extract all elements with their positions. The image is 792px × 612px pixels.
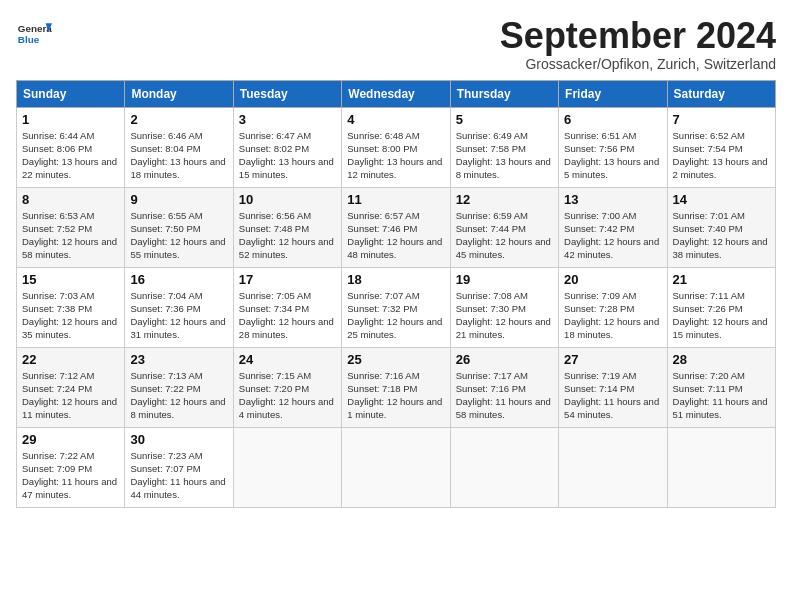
sunset-text: Sunset: 7:54 PM	[673, 142, 770, 155]
sunrise-text: Sunrise: 6:52 AM	[673, 129, 770, 142]
sunset-text: Sunset: 7:20 PM	[239, 382, 336, 395]
day-cell-15: 15 Sunrise: 7:03 AM Sunset: 7:38 PM Dayl…	[17, 267, 125, 347]
day-number: 6	[564, 112, 661, 127]
daylight-text: Daylight: 12 hours and 48 minutes.	[347, 235, 444, 262]
day-cell-27: 27 Sunrise: 7:19 AM Sunset: 7:14 PM Dayl…	[559, 347, 667, 427]
day-number: 1	[22, 112, 119, 127]
header-row: SundayMondayTuesdayWednesdayThursdayFrid…	[17, 80, 776, 107]
daylight-text: Daylight: 12 hours and 18 minutes.	[564, 315, 661, 342]
sunset-text: Sunset: 7:48 PM	[239, 222, 336, 235]
daylight-text: Daylight: 11 hours and 44 minutes.	[130, 475, 227, 502]
sunrise-text: Sunrise: 6:49 AM	[456, 129, 553, 142]
sunrise-text: Sunrise: 7:20 AM	[673, 369, 770, 382]
sunrise-text: Sunrise: 6:56 AM	[239, 209, 336, 222]
sunrise-text: Sunrise: 6:59 AM	[456, 209, 553, 222]
week-row-1: 1 Sunrise: 6:44 AM Sunset: 8:06 PM Dayli…	[17, 107, 776, 187]
sunset-text: Sunset: 8:06 PM	[22, 142, 119, 155]
sunset-text: Sunset: 7:28 PM	[564, 302, 661, 315]
sunrise-text: Sunrise: 7:19 AM	[564, 369, 661, 382]
day-info: Sunrise: 7:23 AM Sunset: 7:07 PM Dayligh…	[130, 449, 227, 502]
day-number: 3	[239, 112, 336, 127]
svg-text:Blue: Blue	[18, 34, 40, 45]
day-cell-21: 21 Sunrise: 7:11 AM Sunset: 7:26 PM Dayl…	[667, 267, 775, 347]
sunrise-text: Sunrise: 7:11 AM	[673, 289, 770, 302]
sunset-text: Sunset: 7:36 PM	[130, 302, 227, 315]
day-number: 14	[673, 192, 770, 207]
day-number: 10	[239, 192, 336, 207]
title-block: September 2024 Grossacker/Opfikon, Zuric…	[500, 16, 776, 72]
day-info: Sunrise: 6:46 AM Sunset: 8:04 PM Dayligh…	[130, 129, 227, 182]
sunset-text: Sunset: 7:56 PM	[564, 142, 661, 155]
day-cell-6: 6 Sunrise: 6:51 AM Sunset: 7:56 PM Dayli…	[559, 107, 667, 187]
daylight-text: Daylight: 12 hours and 31 minutes.	[130, 315, 227, 342]
sunrise-text: Sunrise: 6:51 AM	[564, 129, 661, 142]
day-number: 17	[239, 272, 336, 287]
daylight-text: Daylight: 12 hours and 28 minutes.	[239, 315, 336, 342]
daylight-text: Daylight: 12 hours and 1 minute.	[347, 395, 444, 422]
sunrise-text: Sunrise: 7:15 AM	[239, 369, 336, 382]
daylight-text: Daylight: 11 hours and 51 minutes.	[673, 395, 770, 422]
sunset-text: Sunset: 7:40 PM	[673, 222, 770, 235]
daylight-text: Daylight: 12 hours and 58 minutes.	[22, 235, 119, 262]
day-number: 21	[673, 272, 770, 287]
empty-cell	[342, 427, 450, 507]
day-cell-5: 5 Sunrise: 6:49 AM Sunset: 7:58 PM Dayli…	[450, 107, 558, 187]
sunrise-text: Sunrise: 7:09 AM	[564, 289, 661, 302]
day-number: 25	[347, 352, 444, 367]
daylight-text: Daylight: 12 hours and 35 minutes.	[22, 315, 119, 342]
sunset-text: Sunset: 7:52 PM	[22, 222, 119, 235]
sunset-text: Sunset: 7:24 PM	[22, 382, 119, 395]
day-info: Sunrise: 6:56 AM Sunset: 7:48 PM Dayligh…	[239, 209, 336, 262]
day-info: Sunrise: 6:44 AM Sunset: 8:06 PM Dayligh…	[22, 129, 119, 182]
day-info: Sunrise: 7:15 AM Sunset: 7:20 PM Dayligh…	[239, 369, 336, 422]
day-info: Sunrise: 7:04 AM Sunset: 7:36 PM Dayligh…	[130, 289, 227, 342]
day-cell-14: 14 Sunrise: 7:01 AM Sunset: 7:40 PM Dayl…	[667, 187, 775, 267]
day-info: Sunrise: 6:59 AM Sunset: 7:44 PM Dayligh…	[456, 209, 553, 262]
day-info: Sunrise: 6:52 AM Sunset: 7:54 PM Dayligh…	[673, 129, 770, 182]
sunrise-text: Sunrise: 7:07 AM	[347, 289, 444, 302]
day-number: 27	[564, 352, 661, 367]
day-cell-26: 26 Sunrise: 7:17 AM Sunset: 7:16 PM Dayl…	[450, 347, 558, 427]
day-cell-18: 18 Sunrise: 7:07 AM Sunset: 7:32 PM Dayl…	[342, 267, 450, 347]
sunset-text: Sunset: 7:26 PM	[673, 302, 770, 315]
sunrise-text: Sunrise: 6:55 AM	[130, 209, 227, 222]
day-cell-9: 9 Sunrise: 6:55 AM Sunset: 7:50 PM Dayli…	[125, 187, 233, 267]
sunrise-text: Sunrise: 7:17 AM	[456, 369, 553, 382]
day-info: Sunrise: 7:11 AM Sunset: 7:26 PM Dayligh…	[673, 289, 770, 342]
sunset-text: Sunset: 7:38 PM	[22, 302, 119, 315]
sunset-text: Sunset: 7:50 PM	[130, 222, 227, 235]
day-info: Sunrise: 7:09 AM Sunset: 7:28 PM Dayligh…	[564, 289, 661, 342]
day-cell-10: 10 Sunrise: 6:56 AM Sunset: 7:48 PM Dayl…	[233, 187, 341, 267]
sunrise-text: Sunrise: 6:53 AM	[22, 209, 119, 222]
sunrise-text: Sunrise: 7:00 AM	[564, 209, 661, 222]
day-number: 7	[673, 112, 770, 127]
day-number: 12	[456, 192, 553, 207]
sunrise-text: Sunrise: 7:04 AM	[130, 289, 227, 302]
empty-cell	[233, 427, 341, 507]
empty-cell	[667, 427, 775, 507]
sunset-text: Sunset: 7:09 PM	[22, 462, 119, 475]
day-number: 8	[22, 192, 119, 207]
day-cell-7: 7 Sunrise: 6:52 AM Sunset: 7:54 PM Dayli…	[667, 107, 775, 187]
logo: General Blue	[16, 16, 52, 52]
daylight-text: Daylight: 12 hours and 55 minutes.	[130, 235, 227, 262]
sunrise-text: Sunrise: 6:44 AM	[22, 129, 119, 142]
sunrise-text: Sunrise: 7:05 AM	[239, 289, 336, 302]
day-info: Sunrise: 7:20 AM Sunset: 7:11 PM Dayligh…	[673, 369, 770, 422]
day-number: 15	[22, 272, 119, 287]
day-cell-11: 11 Sunrise: 6:57 AM Sunset: 7:46 PM Dayl…	[342, 187, 450, 267]
header-thursday: Thursday	[450, 80, 558, 107]
day-cell-8: 8 Sunrise: 6:53 AM Sunset: 7:52 PM Dayli…	[17, 187, 125, 267]
header-friday: Friday	[559, 80, 667, 107]
sunset-text: Sunset: 7:30 PM	[456, 302, 553, 315]
sunrise-text: Sunrise: 7:13 AM	[130, 369, 227, 382]
daylight-text: Daylight: 13 hours and 8 minutes.	[456, 155, 553, 182]
day-number: 20	[564, 272, 661, 287]
day-cell-12: 12 Sunrise: 6:59 AM Sunset: 7:44 PM Dayl…	[450, 187, 558, 267]
day-number: 28	[673, 352, 770, 367]
day-cell-23: 23 Sunrise: 7:13 AM Sunset: 7:22 PM Dayl…	[125, 347, 233, 427]
day-info: Sunrise: 7:13 AM Sunset: 7:22 PM Dayligh…	[130, 369, 227, 422]
logo-icon: General Blue	[16, 16, 52, 52]
day-cell-30: 30 Sunrise: 7:23 AM Sunset: 7:07 PM Dayl…	[125, 427, 233, 507]
day-number: 16	[130, 272, 227, 287]
